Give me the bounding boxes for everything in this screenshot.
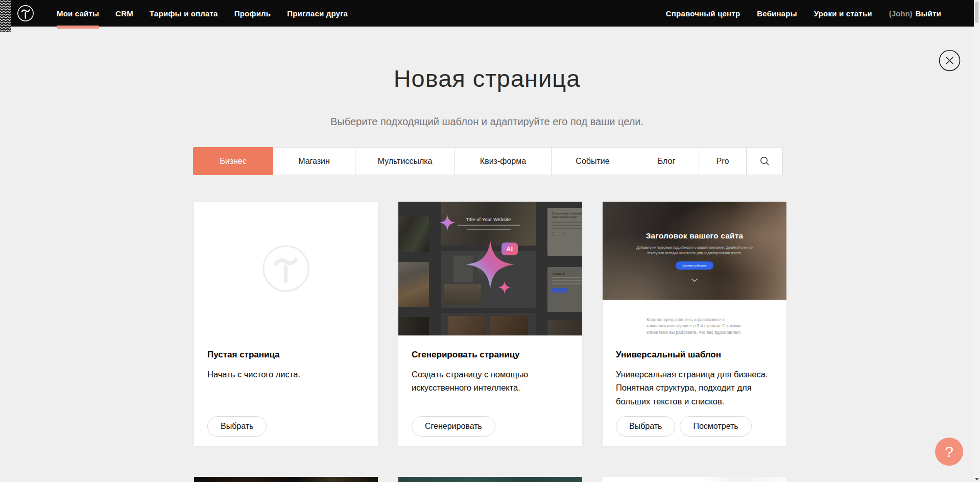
text-placeholder-line <box>552 280 582 281</box>
ai-badge: AI <box>501 243 518 255</box>
text-placeholder-line <box>552 222 582 223</box>
preview-website-tile: About us <box>547 267 582 312</box>
text-placeholder-line <box>458 225 520 226</box>
preview-photo-tile <box>398 262 429 307</box>
card-blank-page: Пустая страница Начать с чистого листа. … <box>194 202 378 446</box>
zigzag-pattern-decoration <box>0 0 11 32</box>
nav-item-invite-friend[interactable]: Пригласи друга <box>287 9 348 18</box>
preview-website-tile: Title of Your Website <box>441 202 536 246</box>
nav-item-crm[interactable]: CRM <box>115 9 133 18</box>
card-actions: Выбрать Посмотреть <box>616 416 752 437</box>
nav-item-profile[interactable]: Профиль <box>234 9 271 18</box>
template-cta-button: Целевое действие <box>676 261 713 270</box>
blank-page-preview[interactable] <box>194 202 378 335</box>
tab-business[interactable]: Бизнес <box>193 147 273 175</box>
nav-item-my-sites[interactable]: Мои сайты <box>57 9 99 18</box>
tab-quiz-form[interactable]: Квиз-форма <box>455 147 552 175</box>
nav-item-webinars[interactable]: Вебинары <box>757 9 797 18</box>
nav-item-tariffs[interactable]: Тарифы и оплата <box>150 9 218 18</box>
logout-link[interactable]: Выйти <box>916 9 941 18</box>
preview-website-tile: Get your house in order with a smart cle… <box>547 208 582 256</box>
template-cards-row: Пустая страница Начать с чистого листа. … <box>194 202 786 446</box>
nav-item-help-center[interactable]: Справочный центр <box>666 9 740 18</box>
close-icon <box>939 50 961 71</box>
tab-event[interactable]: Событие <box>551 147 634 175</box>
template-picker-screen: Мои сайты CRM Тарифы и оплата Профиль Пр… <box>0 0 980 482</box>
preview-photo <box>448 316 486 335</box>
card-description: Начать с чистого листа. <box>207 368 365 381</box>
preview-frame <box>477 254 492 274</box>
preview-site-title: Title of Your Website <box>441 217 536 222</box>
card-description: Создать страницу с помощью искусственног… <box>412 368 569 395</box>
main-nav: Мои сайты CRM Тарифы и оплата Профиль Пр… <box>57 9 348 18</box>
search-icon <box>760 156 770 166</box>
preview-tile-text: Get your house in order with a smart cle… <box>552 212 582 220</box>
card-body: Универсальный шаблон Универсальная стран… <box>603 335 786 408</box>
choose-button[interactable]: Выбрать <box>207 416 267 437</box>
vertical-scrollbar[interactable] <box>974 0 980 482</box>
secondary-nav: Справочный центр Вебинары Уроки и статьи… <box>666 9 941 18</box>
card-description: Универсальная страница для бизнеса. Поня… <box>616 368 773 408</box>
universal-template-preview[interactable]: Заголовок вашего сайта Добавьте интересн… <box>603 202 786 335</box>
text-placeholder-line <box>552 277 582 278</box>
tab-pro[interactable]: Pro <box>699 147 747 175</box>
tilda-logo-icon[interactable] <box>17 5 34 22</box>
preview-photo <box>490 316 528 335</box>
tilda-watermark-icon <box>261 244 310 293</box>
text-placeholder-line <box>552 283 581 284</box>
template-hero-section: Заголовок вашего сайта Добавьте интересн… <box>603 202 786 300</box>
card-body: Сгенерировать страницу Создать страницу … <box>398 335 582 395</box>
user-name-label: (John) <box>889 9 913 18</box>
preview-website-tile <box>441 313 536 335</box>
text-placeholder-line <box>552 225 581 226</box>
card-title: Сгенерировать страницу <box>412 350 569 360</box>
tab-blog[interactable]: Блог <box>634 147 699 175</box>
tab-multilink[interactable]: Мультиссылка <box>355 147 455 175</box>
preview-button-placeholder <box>552 232 565 235</box>
template-hero-title: Заголовок вашего сайта <box>603 202 786 240</box>
card-preview-partial[interactable] <box>398 477 582 482</box>
help-button[interactable]: ? <box>935 438 963 466</box>
card-body: Пустая страница Начать с чистого листа. <box>194 335 378 381</box>
page-title: Новая страница <box>0 64 974 92</box>
generate-button[interactable]: Сгенерировать <box>412 416 495 437</box>
preview-photo-tile <box>547 320 582 335</box>
template-body-text: Коротко представьтесь и расскажите о ком… <box>647 317 743 335</box>
nav-item-lessons[interactable]: Уроки и статьи <box>814 9 872 18</box>
preview-tile-text: About us <box>552 272 582 275</box>
next-row-partial <box>194 477 786 482</box>
card-title: Пустая страница <box>207 350 365 360</box>
preview-photo <box>444 284 481 305</box>
page-subtitle: Выберите подходящий шаблон и адаптируйте… <box>0 116 974 128</box>
preview-frame <box>453 256 473 282</box>
template-category-tabs: Бизнес Магазин Мультиссылка Квиз-форма С… <box>193 147 783 175</box>
card-actions: Сгенерировать <box>412 416 495 437</box>
template-hero-text: Добавьте интересные подробности о вашей … <box>635 245 754 256</box>
user-session: (John) Выйти <box>889 9 941 18</box>
close-button[interactable] <box>939 50 961 71</box>
preview-website-tile <box>441 251 536 308</box>
preview-button[interactable]: Посмотреть <box>680 416 751 437</box>
card-actions: Выбрать <box>207 416 267 437</box>
top-navigation-bar: Мои сайты CRM Тарифы и оплата Профиль Пр… <box>0 0 974 27</box>
preview-photo-tile <box>398 216 429 252</box>
preview-button-placeholder <box>552 288 567 293</box>
chevron-down-icon <box>691 278 698 282</box>
text-placeholder-line <box>467 229 511 230</box>
card-preview-partial[interactable] <box>603 477 786 482</box>
preview-photo-tile <box>398 317 429 335</box>
tab-shop[interactable]: Магазин <box>273 147 355 175</box>
tab-search[interactable] <box>746 147 783 175</box>
card-universal-template: Заголовок вашего сайта Добавьте интересн… <box>603 202 786 446</box>
card-ai-generate: Title of Your Website Get your house in … <box>398 202 582 446</box>
choose-button[interactable]: Выбрать <box>616 416 675 437</box>
card-preview-partial[interactable] <box>194 477 378 482</box>
card-title: Универсальный шаблон <box>616 350 773 360</box>
scrollbar-thumb[interactable] <box>975 2 978 23</box>
text-placeholder-line <box>552 228 582 229</box>
scrollbar-down-arrow-icon[interactable] <box>975 478 979 480</box>
ai-generate-preview[interactable]: Title of Your Website Get your house in … <box>398 202 582 335</box>
